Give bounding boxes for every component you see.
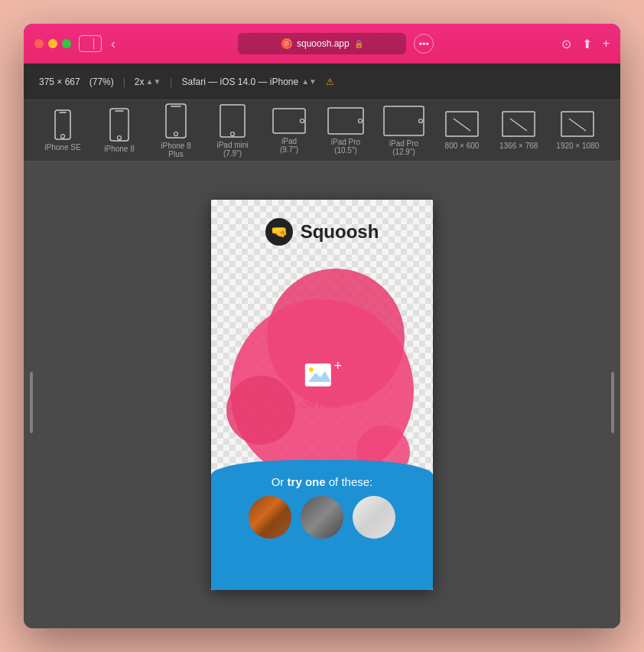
pink-blob-small-1 <box>226 376 295 445</box>
monitor-1366-label: 1366 × 768 <box>499 142 538 150</box>
separator-2: | <box>170 77 172 87</box>
title-bar: ‹ 🎯 squoosh.app 🔒 ••• ⊙ ⬆ + <box>24 24 620 64</box>
ipad-pro-12-label: iPad Pro (12.9") <box>389 139 418 156</box>
ipad-mini-icon <box>220 104 246 138</box>
maximize-button[interactable] <box>62 39 71 48</box>
svg-rect-19 <box>503 112 535 136</box>
lock-icon: 🔒 <box>354 40 363 48</box>
ipad-label: iPad (9.7") <box>280 137 298 154</box>
device-item-800x600[interactable]: 800 × 600 <box>435 106 489 155</box>
url-text: squoosh.app <box>297 38 350 49</box>
monitor-1920-label: 1920 × 1080 <box>556 142 599 150</box>
monitor-1366-icon <box>502 111 535 139</box>
iphone-se-label: iPhone SE <box>44 143 80 152</box>
device-item-iphone-8[interactable]: iPhone 8 <box>93 103 146 158</box>
svg-point-5 <box>118 136 122 140</box>
device-item-ipad[interactable]: iPad (9.7") <box>262 103 316 158</box>
svg-point-25 <box>309 367 314 372</box>
device-selector-row: iPhone SE iPhone 8 iPhone <box>24 100 620 161</box>
traffic-lights <box>34 39 71 48</box>
right-controls: ⊙ ⬆ + <box>561 37 610 51</box>
device-item-ipad-pro-12[interactable]: iPad Pro (12.9") <box>376 101 432 161</box>
share-icon[interactable]: ⬆ <box>582 37 592 51</box>
svg-line-18 <box>454 119 470 131</box>
separator-1: | <box>123 77 125 87</box>
device-item-iphone-8-plus[interactable]: iPhone 8 Plus <box>149 100 203 161</box>
sample-image-3[interactable] <box>353 496 395 539</box>
address-bar[interactable]: 🎯 squoosh.app 🔒 <box>238 33 406 54</box>
svg-rect-6 <box>166 104 186 138</box>
back-button[interactable]: ‹ <box>108 34 119 54</box>
browser-window: ‹ 🎯 squoosh.app 🔒 ••• ⊙ ⬆ + 375 × 667 (7… <box>24 24 620 628</box>
upload-area[interactable]: + OR Paste <box>301 360 343 410</box>
favicon-icon: 🎯 <box>281 38 292 49</box>
device-item-ipad-pro-10[interactable]: iPad Pro (10.5") <box>319 103 372 159</box>
upload-icon-container: + <box>304 360 340 393</box>
warning-icon: ⚠ <box>326 77 334 87</box>
ipad-pro-10-label: iPad Pro (10.5") <box>331 138 360 155</box>
device-item-1920x1080[interactable]: 1920 × 1080 <box>548 106 607 155</box>
device-selector-dropdown[interactable]: Safari — iOS 14.0 — iPhone ▲▼ <box>181 77 317 87</box>
svg-point-2 <box>61 135 65 139</box>
sample-image-2[interactable] <box>301 496 343 539</box>
iphone-8-icon <box>109 108 129 142</box>
upload-icon <box>304 360 337 390</box>
iphone-8-label: iPhone 8 <box>104 145 134 153</box>
close-button[interactable] <box>34 39 44 48</box>
svg-point-14 <box>359 119 363 122</box>
squoosh-header: 🤜 Squoosh <box>211 218 433 246</box>
svg-line-20 <box>510 119 527 131</box>
svg-point-8 <box>174 132 178 135</box>
new-tab-icon[interactable]: + <box>603 37 610 51</box>
right-drag-handle[interactable] <box>611 372 614 433</box>
ipad-pro-12-icon <box>383 106 424 136</box>
iphone-8-plus-icon <box>165 103 187 139</box>
iphone-se-icon <box>54 109 71 140</box>
svg-rect-0 <box>55 110 70 139</box>
blue-wave-section: Or try one of these: <box>211 460 433 590</box>
phone-viewport: 🤜 Squoosh + <box>211 200 433 590</box>
person-icon[interactable]: ⊙ <box>561 37 571 51</box>
zoom-display: (77%) <box>89 77 114 87</box>
svg-rect-21 <box>561 112 594 136</box>
monitor-1920-icon <box>561 111 594 139</box>
minimize-button[interactable] <box>48 39 57 48</box>
dimensions-display: 375 × 667 <box>39 77 80 87</box>
ipad-mini-label: iPad mini (7.9") <box>216 141 248 158</box>
sample-images <box>249 496 395 539</box>
or-paste-text: OR Paste <box>301 399 343 410</box>
svg-point-10 <box>231 132 235 135</box>
squoosh-title: Squoosh <box>301 221 379 243</box>
device-item-ipad-mini[interactable]: iPad mini (7.9") <box>206 100 259 161</box>
svg-line-22 <box>569 119 586 131</box>
sidebar-toggle-button[interactable] <box>79 35 102 52</box>
device-item-iphone-se[interactable]: iPhone SE <box>36 105 89 156</box>
ipad-pro-10-icon <box>327 107 364 135</box>
monitor-800-icon <box>445 111 479 139</box>
try-one-text: Or try one of these: <box>272 475 373 488</box>
left-drag-handle[interactable] <box>30 372 33 433</box>
device-item-1366x768[interactable]: 1366 × 768 <box>492 106 545 155</box>
scale-selector[interactable]: 2x ▲▼ <box>135 77 161 87</box>
browser-controls: ‹ <box>79 34 119 54</box>
svg-rect-15 <box>384 106 424 135</box>
content-area: 🤜 Squoosh + <box>24 161 620 628</box>
svg-point-12 <box>301 119 304 122</box>
squoosh-logo: 🤜 <box>265 218 293 246</box>
iphone-8-plus-label: iPhone 8 Plus <box>161 142 190 158</box>
more-button[interactable]: ••• <box>414 34 434 54</box>
devtools-bar: 375 × 667 (77%) | 2x ▲▼ | Safari — iOS 1… <box>24 64 620 100</box>
sample-image-1[interactable] <box>249 496 291 539</box>
svg-point-16 <box>419 119 423 122</box>
ipad-icon <box>272 108 306 134</box>
squoosh-app: 🤜 Squoosh + <box>211 200 433 590</box>
svg-rect-17 <box>446 112 478 136</box>
monitor-800-label: 800 × 600 <box>445 142 480 150</box>
